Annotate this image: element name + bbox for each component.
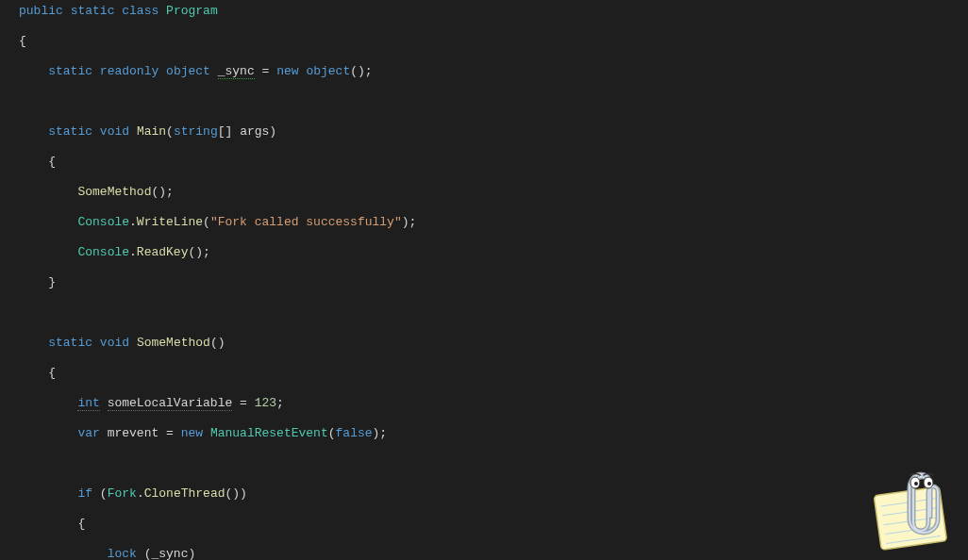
code-line: SomeMethod(); [0, 185, 968, 200]
code-line [0, 305, 968, 321]
code-line: static void SomeMethod() [0, 336, 968, 351]
code-line: if (Fork.CloneThread()) [0, 486, 968, 502]
code-line: var mrevent = new ManualResetEvent(false… [0, 426, 968, 441]
code-editor[interactable]: public static class Program { static rea… [0, 4, 968, 560]
code-line [0, 94, 968, 109]
code-line: static void Main(string[] args) [0, 124, 968, 140]
code-line: } [0, 275, 968, 290]
code-line: static readonly object _sync = new objec… [0, 64, 968, 79]
code-line: Console.ReadKey(); [0, 245, 968, 260]
code-line: { [0, 155, 968, 170]
code-line: public static class Program [0, 4, 968, 19]
code-line: { [0, 366, 968, 381]
code-line: int someLocalVariable = 123; [0, 396, 968, 411]
code-line: { [0, 34, 968, 49]
code-line [0, 456, 968, 471]
code-line: { [0, 517, 968, 532]
code-line: Console.WriteLine("Fork called successfu… [0, 215, 968, 230]
code-line: lock (_sync) [0, 547, 968, 560]
